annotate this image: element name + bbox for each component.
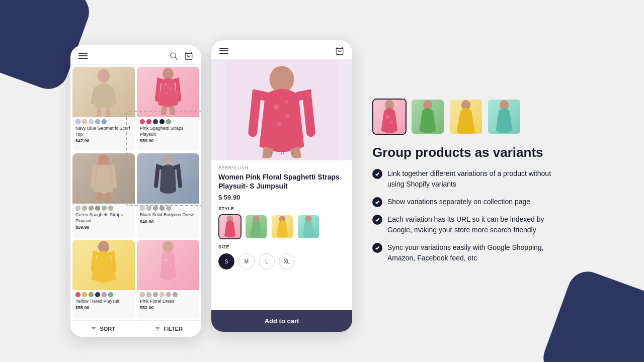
check-icon-4 <box>372 243 382 253</box>
next-image-button[interactable]: › <box>289 149 296 156</box>
product-card[interactable]: Yellow Tiered Playsuit $55.00 <box>72 240 135 318</box>
image-navigation: ‹ 1/1 › <box>268 149 296 156</box>
product-name: Yellow Tiered Playsuit <box>75 299 132 305</box>
color-swatch[interactable] <box>75 292 80 297</box>
style-swatch-mint[interactable] <box>297 214 320 239</box>
product-info: Yellow Tiered Playsuit $55.00 <box>72 290 135 314</box>
hamburger-icon[interactable] <box>78 53 88 59</box>
color-swatch[interactable] <box>89 119 94 124</box>
color-swatch[interactable] <box>146 119 151 124</box>
phone-bottom-bar: SORT FILTER <box>70 320 201 337</box>
color-swatch[interactable] <box>166 119 171 124</box>
color-swatch[interactable] <box>159 292 165 297</box>
phone-left-topbar <box>70 45 201 65</box>
hamburger-icon-right[interactable] <box>219 48 228 54</box>
product-swatches <box>140 119 196 124</box>
variant-thumb-mint[interactable] <box>487 99 521 135</box>
prev-image-button[interactable]: ‹ <box>268 149 275 156</box>
feature-panel: Group products as variants Link together… <box>362 94 574 268</box>
color-swatch[interactable] <box>159 206 165 211</box>
color-swatch[interactable] <box>140 292 145 297</box>
color-swatch[interactable] <box>95 292 100 297</box>
color-swatch[interactable] <box>153 206 158 211</box>
style-label: STYLE <box>218 206 345 211</box>
size-s[interactable]: S <box>218 253 234 269</box>
add-to-cart-button[interactable]: Add to cart <box>211 310 352 332</box>
size-xl[interactable]: XL <box>279 253 295 269</box>
feature-item-1: Link together different variations of a … <box>372 168 564 190</box>
svg-point-26 <box>386 115 389 119</box>
filter-button[interactable]: FILTER <box>136 321 202 337</box>
color-swatch[interactable] <box>102 206 107 211</box>
feature-item-4: Sync your variations easily with Google … <box>372 242 564 263</box>
size-l[interactable]: L <box>259 253 275 269</box>
product-card-highlighted[interactable]: Pink Spaghetti Straps Playsuit $59.90 <box>137 67 199 151</box>
color-swatch[interactable] <box>140 119 145 124</box>
svg-point-0 <box>171 53 176 58</box>
product-card[interactable]: Pink Floral Dress $52.00 <box>137 240 199 318</box>
image-counter: 1/1 <box>279 150 285 155</box>
color-swatch[interactable] <box>82 206 87 211</box>
size-label: SIZE <box>218 244 345 249</box>
color-swatch[interactable] <box>102 292 107 297</box>
color-swatch[interactable] <box>95 206 100 211</box>
color-swatch[interactable] <box>82 292 87 297</box>
product-price: $59.90 <box>140 138 196 143</box>
product-swatches <box>75 119 132 124</box>
product-info: Black Solid Bodycon Dress $40.00 <box>137 204 199 227</box>
phone-left: Navy Blue Geometric Scarf Top $47.90 <box>70 45 201 337</box>
color-swatch[interactable] <box>89 292 94 297</box>
svg-line-1 <box>175 57 177 59</box>
product-card[interactable]: Green Spaghetti Straps Playsuit $59.90 <box>72 153 135 238</box>
size-options: S M L XL <box>218 253 345 269</box>
product-swatches <box>75 292 132 297</box>
product-detail-image: ‹ 1/1 › <box>211 60 352 160</box>
color-swatch[interactable] <box>166 292 171 297</box>
color-swatch[interactable] <box>102 119 107 124</box>
color-swatch[interactable] <box>89 206 94 211</box>
color-swatch[interactable] <box>173 292 178 297</box>
color-swatch[interactable] <box>159 119 165 124</box>
feature-item-2: Show variations separately on collection… <box>372 197 564 207</box>
product-card[interactable]: Black Solid Bodycon Dress $40.00 <box>137 153 199 238</box>
style-swatch-yellow[interactable] <box>271 214 294 239</box>
variant-thumb-yellow[interactable] <box>449 99 483 135</box>
cart-icon[interactable] <box>184 51 193 60</box>
product-card[interactable]: Navy Blue Geometric Scarf Top $47.90 <box>72 67 135 151</box>
color-swatch[interactable] <box>95 119 100 124</box>
color-swatch[interactable] <box>146 206 151 211</box>
color-swatch[interactable] <box>153 119 158 124</box>
variant-thumbnails <box>372 99 564 135</box>
cart-icon-right[interactable] <box>335 46 344 55</box>
sort-button[interactable]: SORT <box>70 321 136 337</box>
style-swatch-green[interactable] <box>245 214 268 239</box>
color-swatch[interactable] <box>108 292 113 297</box>
product-name: Black Solid Bodycon Dress <box>140 212 196 218</box>
check-icon-1 <box>372 169 382 179</box>
color-swatch[interactable] <box>75 119 80 124</box>
product-price: $40.00 <box>140 219 196 224</box>
color-swatch[interactable] <box>75 206 80 211</box>
product-image <box>72 240 135 290</box>
variant-thumb-pink[interactable] <box>372 99 407 135</box>
product-name: Green Spaghetti Straps Playsuit <box>75 212 132 224</box>
product-image <box>137 153 199 204</box>
svg-point-20 <box>285 100 288 104</box>
size-m[interactable]: M <box>238 253 255 269</box>
style-swatch-pink[interactable] <box>218 214 242 239</box>
phone-right-topbar <box>211 40 352 60</box>
product-price: $47.90 <box>75 138 132 143</box>
color-swatch[interactable] <box>166 206 171 211</box>
feature-text-4: Sync your variations easily with Google … <box>387 242 564 263</box>
search-icon[interactable] <box>169 51 178 60</box>
color-swatch[interactable] <box>140 206 145 211</box>
variant-thumb-green[interactable] <box>411 99 445 135</box>
color-swatch[interactable] <box>82 119 87 124</box>
product-price: $55.00 <box>75 305 132 310</box>
color-swatch[interactable] <box>153 292 158 297</box>
color-swatch[interactable] <box>146 292 151 297</box>
color-swatch[interactable] <box>108 206 113 211</box>
filter-label: FILTER <box>164 326 183 332</box>
phone-right: ‹ 1/1 › BERRYLUSH Women Pink Floral Spag… <box>211 40 352 332</box>
feature-text-1: Link together different variations of a … <box>387 168 564 190</box>
